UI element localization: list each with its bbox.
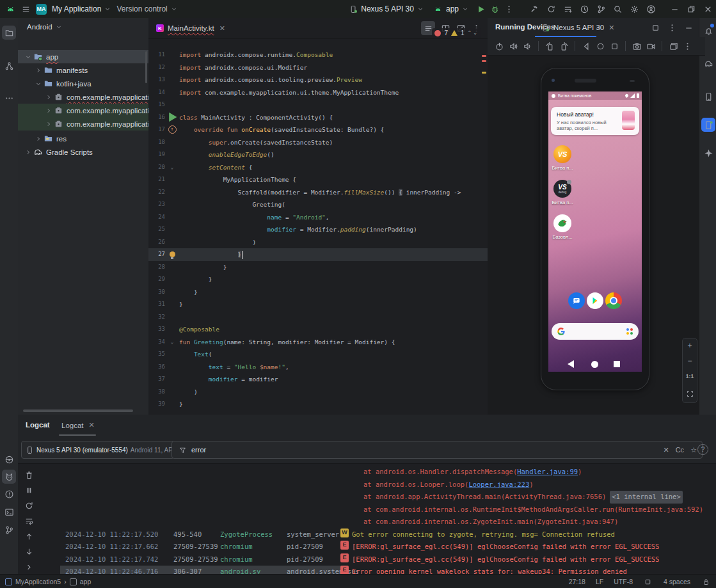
log-row[interactable]: at com.android.internal.os.RuntimeInit$M…: [40, 504, 716, 516]
code-line[interactable]: 22 Scaffold(modifier = Modifier.fillMaxS…: [148, 186, 488, 199]
chevron-down-icon[interactable]: [35, 80, 42, 88]
project-menu[interactable]: My Application: [52, 4, 111, 13]
restart-icon[interactable]: [24, 500, 34, 511]
tree-item[interactable]: Gradle Scripts: [18, 145, 155, 159]
close-button[interactable]: [699, 0, 716, 18]
code-line[interactable]: 19 enableEdgeToEdge(): [148, 148, 488, 161]
inspection-widget[interactable]: 7 1 ⌃⌄: [432, 28, 481, 38]
zoom-fit-button[interactable]: [685, 388, 695, 399]
code-line[interactable]: 37 modifier = modifier: [148, 373, 488, 386]
collapse-icon[interactable]: [24, 562, 34, 572]
power-icon[interactable]: [494, 41, 504, 51]
tool-stripe-more-tools[interactable]: [2, 91, 16, 105]
snapshot-icon[interactable]: [668, 41, 678, 51]
emulator-screen[interactable]: Битва покемонов Новый аватар! У нас появ…: [548, 91, 642, 372]
quickfix-bulb-icon[interactable]: [165, 248, 179, 261]
run-configuration-selector[interactable]: app: [433, 4, 469, 14]
log-row[interactable]: at android.os.Handler.dispatchMessage(Ha…: [40, 466, 716, 479]
log-row[interactable]: 2024-12-10 11:22:17.520495-540ZygoteProc…: [40, 528, 716, 541]
rotate-right-icon[interactable]: [559, 41, 569, 51]
tab-close-icon[interactable]: ✕: [219, 24, 225, 33]
code-line[interactable]: 32: [148, 311, 488, 324]
restore-button[interactable]: [683, 0, 699, 18]
code-line[interactable]: 28 }: [148, 261, 488, 274]
source-link[interactable]: Looper.java:223: [468, 481, 529, 488]
code-line[interactable]: 35 Text(: [148, 348, 488, 361]
log-row[interactable]: at android.app.ActivityThread.main(Activ…: [40, 491, 716, 504]
code-line[interactable]: 16class MainActivity : ComponentActivity…: [148, 111, 488, 124]
messages-icon[interactable]: [568, 292, 585, 309]
code-line[interactable]: 23 Greeting(: [148, 198, 488, 211]
prev-next-problem-icons[interactable]: ⌃⌄: [468, 30, 479, 36]
settings-icon[interactable]: [629, 4, 639, 14]
tree-item[interactable]: app: [18, 50, 155, 63]
chevron-right-icon[interactable]: [24, 148, 32, 156]
tab-close-icon[interactable]: ✕: [89, 421, 95, 429]
overview-button[interactable]: [614, 361, 620, 367]
screen-record-icon[interactable]: [646, 41, 656, 51]
code-line[interactable]: 30 }: [148, 286, 488, 299]
chevron-right-icon[interactable]: [35, 67, 42, 74]
tree-item[interactable]: manifests: [18, 63, 165, 77]
zoom-out-button[interactable]: −: [687, 358, 692, 364]
tool-stripe-running-devices[interactable]: [701, 118, 715, 132]
more-actions-icon[interactable]: [504, 4, 514, 14]
error-stripe-mark[interactable]: [482, 55, 486, 57]
run-button[interactable]: [475, 4, 486, 14]
code-line[interactable]: 11import androidx.compose.runtime.Compos…: [148, 49, 488, 61]
fold-icon[interactable]: ⌄: [165, 161, 179, 174]
internal-frames-chip[interactable]: <1 internal line>: [610, 491, 682, 504]
chevron-right-icon[interactable]: [45, 93, 52, 101]
build-icon[interactable]: [529, 4, 539, 14]
log-row[interactable]: 2024-12-10 11:22:17.66227509-27539chromi…: [40, 541, 716, 553]
line-separator[interactable]: LF: [596, 578, 603, 585]
help-icon[interactable]: ?: [697, 444, 708, 455]
google-search-bar[interactable]: [552, 323, 639, 340]
code-line[interactable]: 13import androidx.compose.ui.tooling.pre…: [148, 74, 488, 86]
favorite-filter-icon[interactable]: ☆: [690, 446, 697, 454]
profile-icon[interactable]: [646, 4, 656, 14]
more-icon[interactable]: [682, 41, 692, 51]
search-icon[interactable]: [612, 4, 623, 14]
code-line[interactable]: 34⌄fun Greeting(name: String, modifier: …: [148, 336, 488, 349]
editor-tab[interactable]: K MainActivity.kt ✕: [148, 18, 232, 38]
device-tab[interactable]: Nexus 5 API 30 ✕: [537, 18, 617, 37]
log-row[interactable]: 2024-12-10 11:22:46.716306-307android.sy…: [40, 566, 716, 574]
file-encoding[interactable]: UTF-8: [614, 578, 633, 585]
code-line[interactable]: 31}: [148, 298, 488, 311]
rotate-left-icon[interactable]: [545, 41, 555, 51]
indent-setting[interactable]: 4 spaces: [664, 578, 690, 585]
app-icon[interactable]: VS: [553, 145, 571, 163]
tool-stripe-version-control[interactable]: [2, 523, 16, 537]
tool-stripe-logcat[interactable]: [2, 470, 16, 484]
home-button[interactable]: [591, 361, 598, 368]
fold-icon[interactable]: ⌄: [165, 336, 179, 349]
match-case-toggle[interactable]: Cc: [676, 446, 684, 454]
source-link[interactable]: Handler.java:99: [517, 468, 578, 475]
hide-panel-icon[interactable]: [683, 22, 694, 33]
logcat-filter-input[interactable]: error ✕ Cc ☆: [171, 441, 703, 459]
inspections-icon[interactable]: [643, 576, 653, 587]
debug-button[interactable]: [489, 4, 500, 14]
vcs-menu[interactable]: Version control: [116, 4, 177, 13]
app-icon[interactable]: [553, 214, 571, 232]
tool-stripe-problems[interactable]: [2, 487, 16, 501]
log-row[interactable]: 2024-12-10 11:22:17.74227509-27539chromi…: [40, 553, 716, 566]
tool-stripe-gemini[interactable]: [701, 146, 715, 160]
code-line[interactable]: 36 text = "Hello $name!",: [148, 361, 488, 374]
code-line[interactable]: 20⌄ setContent {: [148, 161, 488, 174]
chevron-down-icon[interactable]: [24, 53, 32, 61]
zoom-in-button[interactable]: +: [687, 342, 692, 349]
window-mode-icon[interactable]: [650, 22, 660, 33]
code-line[interactable]: 24 name = "Android",: [148, 211, 488, 224]
warning-stripe-mark[interactable]: [482, 72, 486, 74]
chevron-right-icon[interactable]: [45, 120, 52, 128]
app-icon[interactable]: VSdebug: [553, 180, 571, 198]
home-icon[interactable]: [595, 41, 605, 51]
code-line[interactable]: 39}: [148, 398, 488, 411]
override-gutter-icon[interactable]: ↑: [165, 123, 179, 136]
soft-wrap-icon[interactable]: [24, 516, 34, 526]
tool-stripe-structure[interactable]: [2, 59, 16, 73]
screenshot-icon[interactable]: [632, 41, 642, 51]
tool-stripe-notifications[interactable]: [701, 23, 715, 37]
